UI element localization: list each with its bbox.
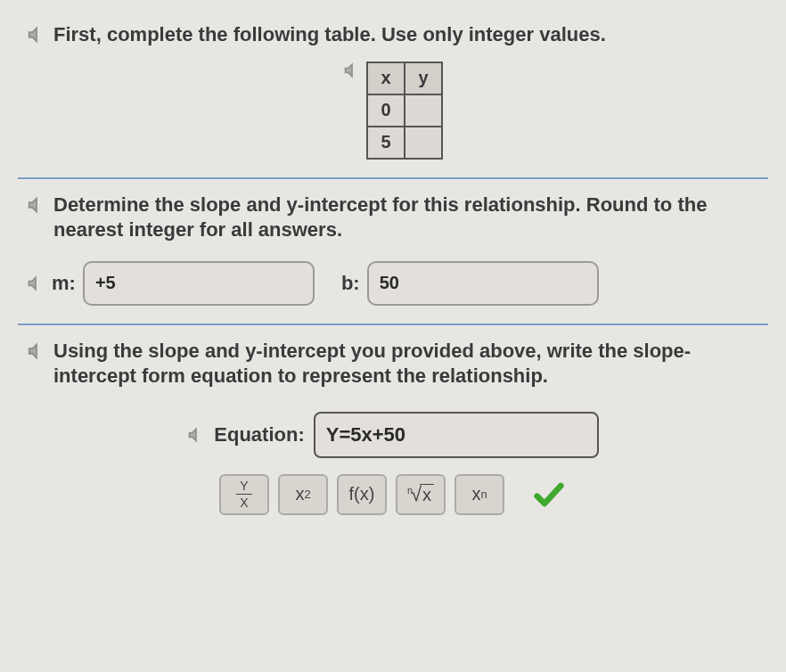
function-button[interactable]: f(x) bbox=[337, 474, 387, 515]
speaker-icon[interactable] bbox=[27, 195, 46, 215]
section-slope-intercept: Determine the slope and y-intercept for … bbox=[18, 179, 768, 324]
section-equation: Using the slope and y-intercept you prov… bbox=[18, 325, 768, 533]
xy-table: x y 0 5 bbox=[366, 61, 443, 160]
table-row: 5 bbox=[367, 127, 442, 159]
subscript-button[interactable]: xn bbox=[454, 474, 504, 515]
power-exp: 2 bbox=[304, 488, 310, 501]
instruction-row-3: Using the slope and y-intercept you prov… bbox=[27, 339, 759, 389]
cell-x-1: 5 bbox=[367, 127, 405, 159]
instruction-text-3: Using the slope and y-intercept you prov… bbox=[53, 339, 759, 389]
speaker-icon[interactable] bbox=[27, 341, 46, 361]
root-radicand: x bbox=[420, 484, 434, 505]
m-input[interactable] bbox=[83, 261, 315, 306]
table-wrap: x y 0 5 bbox=[27, 61, 759, 160]
speaker-icon[interactable] bbox=[343, 61, 361, 79]
equation-row: Equation: bbox=[27, 412, 759, 458]
cell-x-0: 0 bbox=[367, 94, 405, 127]
speaker-icon[interactable] bbox=[27, 25, 46, 45]
b-input[interactable] bbox=[367, 261, 599, 306]
cell-y-0[interactable] bbox=[405, 94, 442, 127]
fraction-button[interactable]: Y X bbox=[219, 474, 269, 515]
equation-input[interactable] bbox=[314, 412, 599, 458]
instruction-text-2: Determine the slope and y-intercept for … bbox=[53, 193, 759, 243]
section-table: First, complete the following table. Use… bbox=[18, 9, 768, 177]
fraction-numerator: Y bbox=[236, 479, 251, 495]
nth-root-button[interactable]: n √ x bbox=[396, 474, 446, 515]
sub-base: x bbox=[471, 484, 480, 504]
speaker-icon[interactable] bbox=[187, 426, 205, 444]
m-group: m: bbox=[27, 261, 315, 306]
instruction-row-2: Determine the slope and y-intercept for … bbox=[27, 193, 759, 243]
slope-intercept-inputs: m: b: bbox=[27, 261, 759, 306]
exponent-button[interactable]: x2 bbox=[278, 474, 328, 515]
header-x: x bbox=[367, 62, 405, 94]
header-y: y bbox=[405, 62, 442, 94]
b-group: b: bbox=[341, 261, 599, 306]
instruction-row-1: First, complete the following table. Use… bbox=[27, 22, 759, 48]
instruction-text-1: First, complete the following table. Use… bbox=[53, 22, 606, 48]
m-label: m: bbox=[52, 272, 76, 295]
table-row: 0 bbox=[367, 94, 442, 127]
equation-label: Equation: bbox=[214, 423, 304, 447]
power-base: x bbox=[295, 484, 304, 504]
checkmark-icon[interactable] bbox=[531, 477, 567, 512]
math-toolbar: Y X x2 f(x) n √ x xn bbox=[27, 474, 759, 515]
cell-y-1[interactable] bbox=[405, 127, 442, 159]
fraction-denominator: X bbox=[240, 495, 248, 509]
function-label: f(x) bbox=[349, 484, 375, 504]
sub-index: n bbox=[480, 488, 487, 501]
b-label: b: bbox=[341, 272, 360, 295]
speaker-icon[interactable] bbox=[27, 275, 45, 292]
